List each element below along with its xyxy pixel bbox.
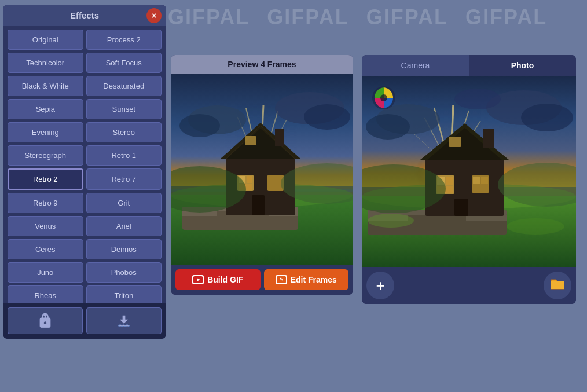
svg-rect-76 [483, 129, 494, 148]
preview-image-container [171, 74, 353, 265]
effects-panel: Effects × Original Process 2 Technicolor… [3, 5, 166, 339]
effect-retro1[interactable]: Retro 1 [86, 145, 162, 166]
svg-point-81 [507, 218, 564, 235]
effect-technicolor[interactable]: Technicolor [8, 53, 83, 73]
open-folder-button[interactable] [544, 272, 571, 299]
svg-point-80 [368, 214, 414, 228]
svg-rect-4 [119, 325, 130, 326]
effect-juno[interactable]: Juno [8, 262, 83, 283]
photo-image-container [362, 76, 576, 267]
share-button[interactable] [8, 307, 83, 334]
svg-point-53 [366, 114, 410, 140]
photo-tabs: Camera Photo [362, 55, 576, 76]
svg-rect-77 [449, 137, 461, 147]
effect-stereograph[interactable]: Stereograph [8, 145, 83, 166]
effects-footer [3, 303, 166, 339]
effect-triton[interactable]: Triton [86, 285, 162, 304]
effect-stereo[interactable]: Stereo [86, 122, 162, 142]
svg-rect-37 [275, 129, 284, 146]
effect-evening[interactable]: Evening [8, 122, 83, 142]
watermark-text-3: GIFPAL [366, 5, 448, 30]
effect-phobos[interactable]: Phobos [86, 262, 162, 283]
watermark-text-2: GIFPAL [267, 5, 348, 30]
svg-rect-75 [454, 199, 468, 216]
photo-section: Camera Photo [362, 55, 576, 304]
svg-rect-38 [245, 136, 256, 145]
effects-grid: Original Process 2 Technicolor Soft Focu… [8, 30, 162, 304]
edit-frames-label: Edit Frames [291, 275, 337, 284]
download-icon [116, 313, 132, 329]
edit-frames-button[interactable]: ✎ Edit Frames [264, 269, 349, 290]
build-gif-label: Build GIF [207, 275, 243, 284]
edit-frames-icon: ✎ [276, 275, 287, 284]
gifpal-logo [371, 85, 397, 111]
effect-ceres[interactable]: Ceres [8, 239, 83, 259]
svg-rect-64 [466, 215, 507, 221]
svg-rect-63 [414, 215, 460, 221]
effects-scroll[interactable]: Original Process 2 Technicolor Soft Focu… [3, 26, 166, 304]
effects-title: Effects [70, 10, 99, 20]
svg-rect-74 [481, 177, 488, 184]
svg-point-42 [380, 94, 387, 101]
folder-icon [550, 277, 565, 294]
close-button[interactable]: × [146, 8, 162, 23]
preview-header: Preview 4 Frames [171, 55, 353, 74]
plus-icon: + [376, 278, 384, 293]
effect-retro2[interactable]: Retro 2 [8, 168, 83, 190]
add-photo-button[interactable]: + [366, 272, 394, 299]
download-button[interactable] [86, 307, 162, 334]
photo-actions: + [362, 267, 576, 304]
build-gif-button[interactable]: ▶ Build GIF [175, 269, 261, 290]
svg-rect-70 [446, 177, 453, 185]
effect-sepia[interactable]: Sepia [8, 99, 83, 119]
preview-title: Preview 4 Frames [228, 60, 296, 69]
effect-soft-focus[interactable]: Soft Focus [86, 53, 162, 73]
effect-sunset[interactable]: Sunset [86, 99, 162, 119]
svg-point-56 [454, 89, 501, 109]
effect-desaturated[interactable]: Desaturated [86, 76, 162, 96]
effect-process2[interactable]: Process 2 [86, 30, 162, 50]
preview-scene [171, 74, 353, 265]
effects-header: Effects × [3, 5, 166, 26]
svg-point-14 [179, 114, 220, 137]
svg-point-55 [521, 104, 573, 131]
effect-retro9[interactable]: Retro 9 [8, 193, 83, 213]
svg-rect-73 [473, 177, 480, 184]
share-icon [37, 313, 53, 329]
watermark-text-4: GIFPAL [465, 5, 547, 30]
effect-ariel[interactable]: Ariel [86, 216, 162, 236]
effect-grit[interactable]: Grit [86, 193, 162, 213]
preview-actions: ▶ Build GIF ✎ Edit Frames [171, 265, 353, 295]
effect-rheas[interactable]: Rheas [8, 285, 83, 304]
svg-rect-33 [247, 176, 252, 183]
effect-deimos[interactable]: Deimos [86, 239, 162, 259]
effect-black-white[interactable]: Black & White [8, 76, 83, 96]
effect-original[interactable]: Original [8, 30, 83, 50]
svg-rect-36 [252, 195, 265, 215]
watermark-text-1: GIFPAL [168, 5, 250, 30]
svg-point-16 [304, 104, 350, 130]
tab-camera[interactable]: Camera [362, 55, 469, 76]
effect-venus[interactable]: Venus [8, 216, 83, 236]
build-gif-icon: ▶ [192, 275, 204, 284]
preview-section: Preview 4 Frames [171, 55, 353, 295]
tab-photo[interactable]: Photo [469, 55, 576, 76]
effect-retro7[interactable]: Retro 7 [86, 168, 162, 190]
